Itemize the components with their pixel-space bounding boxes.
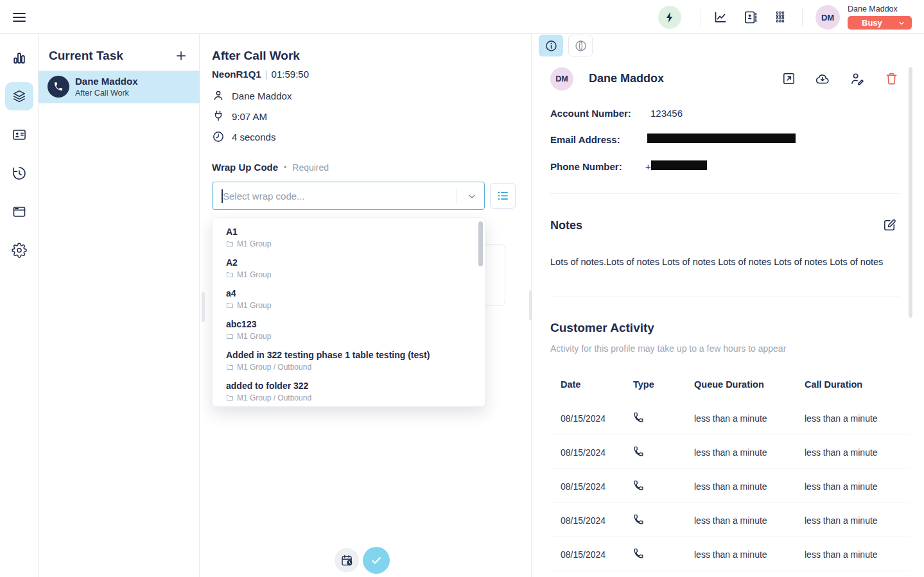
panel-resize-handle-right[interactable] [529, 290, 532, 320]
wrap-code-option[interactable]: a4 M1 Group [218, 284, 475, 315]
column-header-queue-duration: Queue Duration [694, 379, 764, 390]
edit-contact-button[interactable] [850, 71, 865, 87]
queue-duration-value: less than a minute [694, 447, 767, 458]
wrap-code-option[interactable]: A2 M1 Group [218, 254, 475, 284]
schedule-commitment-button[interactable] [335, 548, 359, 573]
tab-profile-info[interactable] [539, 35, 563, 56]
history-icon [12, 166, 27, 181]
call-duration-value: less than a minute [805, 413, 878, 424]
bar-chart-icon [12, 50, 27, 65]
open-profile-button[interactable] [781, 71, 797, 87]
reports-button[interactable] [713, 10, 728, 25]
profile-name: Dane Maddox [589, 72, 664, 85]
topbar-divider [701, 9, 701, 26]
column-header-call-duration: Call Duration [805, 379, 862, 390]
acw-duration: 4 seconds [232, 132, 275, 142]
call-duration-value: less than a minute [805, 447, 878, 458]
dialpad-button[interactable] [772, 10, 788, 25]
complete-acw-button[interactable] [363, 547, 390, 574]
gear-icon [12, 243, 27, 258]
option-group: M1 Group / Outbound [237, 393, 311, 402]
wrap-code-option-list: A1 M1 Group A2 [213, 223, 485, 408]
phone-call-type-icon [633, 412, 644, 423]
customer-activity-subtitle: Activity for this profile may take up to… [550, 343, 786, 354]
notes-title: Notes [550, 219, 582, 232]
top-bar: DM Dane Maddox Busy [0, 0, 924, 34]
activity-table-row[interactable]: 08/15/2024 less than a minute less than … [550, 435, 910, 469]
download-profile-button[interactable] [815, 71, 830, 87]
current-task-title: Current Task [49, 49, 123, 63]
sidebar-item-contacts[interactable] [5, 121, 33, 149]
phone-call-type-icon [633, 548, 644, 559]
contact-name: Dane Maddox [232, 90, 292, 101]
customer-profile-panel: DM Dane Maddox Account Number: 123456 Em… [531, 34, 924, 577]
current-task-panel: Current Task Dane Maddox After Call Work [39, 34, 200, 577]
quick-actions-button[interactable] [658, 6, 681, 29]
chevron-down-icon[interactable] [467, 191, 477, 202]
plug-icon [212, 110, 225, 123]
panel-resize-handle-left[interactable] [202, 292, 205, 322]
profile-avatar-initials: DM [555, 74, 568, 83]
sidebar-item-metrics[interactable] [5, 44, 33, 72]
hamburger-menu-icon[interactable] [12, 10, 27, 25]
wrap-code-select[interactable] [212, 182, 485, 210]
column-header-date: Date [561, 379, 580, 390]
redacted-phone-value [651, 160, 707, 170]
required-label: Required [292, 162, 329, 173]
topbar-divider [802, 9, 803, 26]
contact-card-icon [12, 127, 27, 142]
sidebar-item-tasks[interactable] [5, 82, 33, 110]
browse-wrap-codes-button[interactable] [490, 183, 516, 209]
user-avatar[interactable]: DM [815, 5, 840, 30]
folder-icon [226, 394, 234, 402]
sidebar-item-browser[interactable] [5, 198, 33, 226]
wrap-code-option[interactable]: Added in 322 testing phase 1 table testi… [218, 346, 475, 377]
after-call-work-panel: After Call Work NeonR1Q1|01:59:50 Dane M… [200, 34, 531, 577]
list-icon [496, 189, 509, 202]
profile-scrollbar[interactable] [909, 67, 912, 318]
wrap-code-input[interactable] [223, 182, 448, 209]
queue-duration-value: less than a minute [694, 515, 767, 526]
queue-duration-value: less than a minute [694, 413, 767, 424]
delete-contact-button[interactable] [884, 71, 900, 87]
phone-call-type-icon [633, 514, 644, 525]
activity-table-row[interactable]: 08/15/2024 less than a minute less than … [550, 503, 910, 537]
select-divider [457, 188, 457, 204]
directory-button[interactable] [743, 10, 758, 25]
tab-profile-compare[interactable] [568, 35, 593, 56]
browser-window-icon [12, 204, 27, 220]
wrap-code-option[interactable]: A1 M1 Group [218, 223, 475, 254]
status-dropdown[interactable]: Busy [848, 16, 912, 30]
activity-table-row[interactable]: 08/15/2024 less than a minute less than … [550, 469, 910, 503]
status-label: Busy [862, 18, 882, 28]
person-icon [212, 89, 225, 102]
option-group: M1 Group [237, 332, 271, 341]
dropdown-scrollbar[interactable] [478, 221, 483, 266]
user-name: Dane Maddox [848, 4, 898, 13]
cloud-download-icon [815, 71, 830, 87]
sidebar-item-history[interactable] [5, 159, 33, 187]
task-avatar [48, 76, 69, 98]
person-edit-icon [850, 71, 865, 87]
trash-icon [884, 71, 900, 86]
add-task-button[interactable] [175, 49, 187, 62]
redacted-email-value [647, 133, 796, 143]
contact-name-row: Dane Maddox [212, 89, 292, 102]
acw-timer: 01:59:50 [272, 69, 309, 80]
edit-notes-button[interactable] [882, 218, 897, 232]
wrap-code-option[interactable]: added to folder 322 M1 Group / Outbound [218, 377, 475, 408]
email-label: Email Address: [550, 134, 620, 145]
lightning-icon [663, 11, 676, 24]
dialpad-icon [772, 10, 788, 25]
sidebar-item-settings[interactable] [5, 236, 33, 264]
section-divider [550, 297, 900, 297]
phone-call-type-icon [633, 446, 644, 457]
option-group: M1 Group [237, 270, 271, 279]
wrap-code-option[interactable]: abc123 M1 Group [218, 315, 475, 346]
call-duration-value: less than a minute [805, 481, 878, 492]
activity-table-row[interactable]: 08/15/2024 less than a minute less than … [550, 537, 910, 571]
activity-date: 08/15/2024 [561, 549, 606, 560]
check-icon [370, 554, 383, 567]
activity-table-row[interactable]: 08/15/2024 less than a minute less than … [550, 401, 910, 435]
task-list-item[interactable]: Dane Maddox After Call Work [39, 71, 200, 103]
